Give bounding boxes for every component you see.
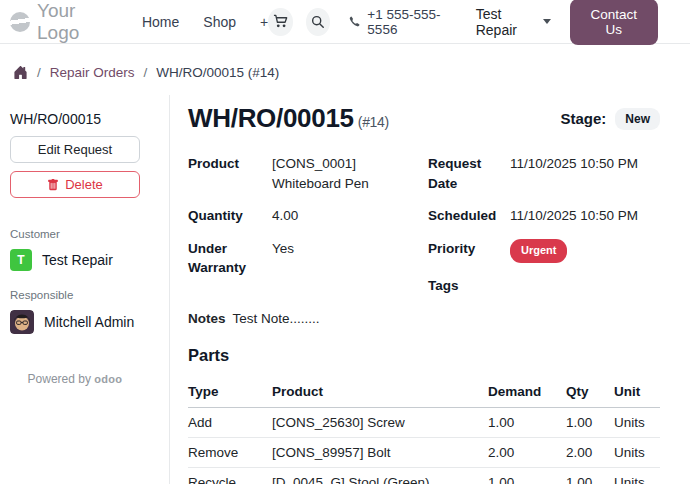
contact-us-button[interactable]: Contact Us	[570, 0, 658, 45]
parts-section: Parts Type Product Demand Qty Unit Add [	[188, 346, 660, 484]
responsible-label: Responsible	[10, 289, 139, 301]
field-grid: Product [CONS_0001] Whiteboard Pen Quant…	[188, 154, 660, 308]
parts-table: Type Product Demand Qty Unit Add [CONS_2…	[188, 376, 660, 484]
delete-button-label: Delete	[65, 177, 103, 192]
responsible-avatar	[10, 310, 34, 334]
edit-request-button[interactable]: Edit Request	[10, 136, 140, 163]
nav-home[interactable]: Home	[142, 14, 179, 30]
header-right: +1 555-555-5556 Test Repair Contact Us	[268, 0, 658, 45]
sidebar: WH/RO/00015 Edit Request Delete Customer…	[0, 95, 170, 484]
site-header: Your Logo Home Shop + +1 555-555-5556	[0, 0, 690, 44]
customer-avatar: T	[10, 249, 32, 271]
field-quantity: Quantity 4.00	[188, 206, 420, 226]
trash-icon	[47, 179, 59, 191]
responsible-row: Mitchell Admin	[10, 310, 139, 334]
delete-button[interactable]: Delete	[10, 171, 140, 198]
user-menu[interactable]: Test Repair	[476, 6, 551, 38]
breadcrumb: / Repair Orders / WH/RO/00015 (#14)	[0, 44, 690, 95]
table-row: Add [CONS_25630] Screw 1.00 1.00 Units	[188, 407, 660, 437]
page-title: WH/RO/00015(#14)	[188, 103, 389, 134]
stage-label: Stage:	[560, 110, 606, 127]
stage-badge: New	[615, 108, 660, 130]
fields-left: Product [CONS_0001] Whiteboard Pen Quant…	[188, 154, 420, 308]
table-row: Recycle [D_0045_G] Stool (Green) 1.00 1.…	[188, 467, 660, 484]
table-row: Remove [CONS_89957] Bolt 2.00 2.00 Units	[188, 437, 660, 467]
logo-text: Your Logo	[37, 0, 112, 44]
customer-name: Test Repair	[42, 252, 113, 268]
nav-add-page[interactable]: +	[260, 14, 268, 30]
search-icon	[311, 15, 325, 29]
powered-by: Powered by odoo	[10, 372, 140, 386]
col-product: Product	[272, 376, 488, 408]
cart-button[interactable]	[268, 8, 292, 36]
main-nav: Home Shop +	[142, 14, 268, 30]
breadcrumb-repair-orders[interactable]: Repair Orders	[50, 65, 135, 80]
main-panel: WH/RO/00015(#14) Stage: New Product [CON…	[170, 95, 690, 484]
col-qty: Qty	[566, 376, 614, 408]
stage: Stage: New	[560, 108, 660, 130]
logo-sphere-icon	[10, 12, 30, 32]
col-demand: Demand	[488, 376, 566, 408]
field-scheduled: Scheduled 11/10/2025 10:50 PM	[428, 206, 660, 226]
phone-icon	[349, 15, 360, 28]
customer-row: T Test Repair	[10, 249, 139, 271]
site-logo[interactable]: Your Logo	[10, 0, 112, 44]
customer-label: Customer	[10, 228, 139, 240]
nav-shop[interactable]: Shop	[203, 14, 236, 30]
record-id-suffix: (#14)	[358, 114, 389, 130]
col-unit: Unit	[614, 376, 660, 408]
phone-number: +1 555-555-5556	[367, 7, 456, 37]
responsible-name: Mitchell Admin	[44, 314, 134, 330]
cart-icon	[273, 14, 288, 29]
parts-heading: Parts	[188, 346, 660, 365]
odoo-logo: odoo	[94, 373, 122, 385]
breadcrumb-separator: /	[37, 65, 41, 80]
title-row: WH/RO/00015(#14) Stage: New	[188, 103, 660, 134]
home-icon[interactable]	[13, 65, 28, 80]
breadcrumb-current: WH/RO/00015 (#14)	[156, 65, 279, 80]
col-type: Type	[188, 376, 272, 408]
search-button[interactable]	[306, 8, 330, 36]
fields-right: Request Date 11/10/2025 10:50 PM Schedul…	[428, 154, 660, 308]
content: WH/RO/00015 Edit Request Delete Customer…	[0, 95, 690, 484]
field-notes: NotesTest Note........	[188, 309, 660, 329]
parts-header-row: Type Product Demand Qty Unit	[188, 376, 660, 408]
user-menu-label: Test Repair	[476, 6, 536, 38]
field-tags: Tags	[428, 276, 660, 296]
field-priority: Priority Urgent	[428, 239, 660, 263]
field-under-warranty: Under Warranty Yes	[188, 239, 420, 278]
field-product: Product [CONS_0001] Whiteboard Pen	[188, 154, 420, 193]
breadcrumb-separator: /	[144, 65, 148, 80]
sidebar-record-name: WH/RO/00015	[10, 111, 139, 127]
field-request-date: Request Date 11/10/2025 10:50 PM	[428, 154, 660, 193]
priority-badge: Urgent	[510, 239, 567, 263]
phone-link[interactable]: +1 555-555-5556	[349, 7, 457, 37]
chevron-down-icon	[543, 19, 551, 24]
